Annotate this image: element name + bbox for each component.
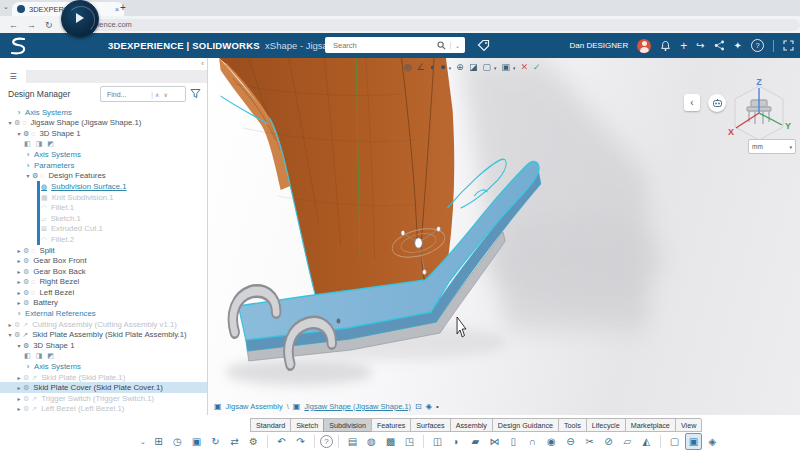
tab-features[interactable]: Features [371, 419, 411, 432]
tree-item-right-bezel[interactable]: ▸⚙◌Right Bezel [0, 277, 207, 288]
expand-arrow-icon[interactable]: ▸ [6, 321, 14, 328]
back-icon[interactable]: ← [9, 20, 18, 30]
3d-viewport[interactable]: ◎∠◐●▾⊕◪▢▾▣▾✕✓ ‹ Z X Y mm [208, 58, 800, 415]
rep-badge-icon-1[interactable]: ◧ [24, 140, 31, 148]
expand-arrow-icon[interactable]: › [24, 362, 32, 371]
cage-deform-icon[interactable]: ◈ [704, 433, 721, 450]
grid-plane-icon[interactable]: ▤ [344, 433, 361, 450]
rep-badge-icon-3[interactable]: ◩ [47, 140, 54, 148]
user-name[interactable]: Dan DESIGNER [570, 41, 629, 50]
find-next-icon[interactable]: ∨ [163, 91, 167, 98]
tab-lifecycle[interactable]: Lifecycle [586, 419, 626, 432]
3dexperience-compass-logo[interactable] [61, 0, 99, 38]
tab-design-guidance[interactable]: Design Guidance [492, 419, 559, 432]
tab-sketch[interactable]: Sketch [290, 419, 324, 432]
tree-item-axis-systems[interactable]: ›Axis Systems [0, 361, 207, 372]
snap-icon[interactable]: ◎ [404, 63, 412, 72]
new-content-icon[interactable]: ⊞ [150, 433, 167, 450]
find-box[interactable]: | ∧ ∨ [100, 86, 186, 102]
tab-standard[interactable]: Standard [250, 419, 291, 432]
display-cage-icon[interactable]: ▢ [666, 433, 683, 450]
search-input[interactable] [331, 40, 437, 51]
panel-collapse-icon[interactable]: ‹ [201, 59, 204, 68]
expand-arrow-icon[interactable]: › [15, 108, 23, 117]
tree-item-external-references[interactable]: ›External References [0, 308, 207, 319]
expand-arrow-icon[interactable]: › [24, 150, 32, 159]
expand-arrow-icon[interactable]: ▾ [24, 172, 32, 179]
tag-icon[interactable] [477, 39, 490, 52]
tree-item-trigger-switch-trigger-switch-1[interactable]: ▸⚙↗Trigger Switch (Trigger Switch.1) [0, 393, 207, 404]
grid-box-icon[interactable]: ▩ [382, 433, 399, 450]
tree-item-left-bezel-left-bezel-1[interactable]: ▸⚙↗Left Bezel (Left Bezel.1) [0, 404, 207, 415]
expand-arrow-icon[interactable]: ▸ [15, 247, 23, 254]
tree-item-gear-box-back[interactable]: ▸⚙Gear Box Back [0, 266, 207, 277]
display-cage-solid-icon[interactable]: ▣ [685, 433, 702, 450]
pattern-icon[interactable]: ⊘ [600, 433, 617, 450]
render-style-icon[interactable]: ◐ [430, 63, 435, 72]
tab-tools[interactable]: Tools [558, 419, 587, 432]
share-arrow-icon[interactable]: ↪ [696, 41, 704, 51]
expand-arrow-icon[interactable]: ▸ [15, 374, 23, 381]
rep-badge-icon-2[interactable]: ◨ [36, 352, 43, 360]
breadcrumb-root[interactable]: Jigsaw Assembly [226, 402, 283, 411]
save-icon[interactable]: ▣ [188, 433, 205, 450]
expand-arrow-icon[interactable]: ▾ [6, 119, 14, 126]
tab-view[interactable]: View [675, 419, 702, 432]
measure-icon[interactable]: ∠ [417, 63, 425, 72]
tree-item-split[interactable]: ▸⚙◌Split [0, 245, 207, 256]
shear-icon[interactable]: ▱ [619, 433, 636, 450]
expand-arrow-icon[interactable]: ▸ [15, 384, 23, 391]
breadcrumb-current[interactable]: Jigsaw Shape (Jigsaw Shape.1) [304, 402, 411, 411]
more-icon[interactable]: • [436, 402, 439, 411]
expand-arrow-icon[interactable]: ▸ [15, 257, 23, 264]
flip-icon[interactable]: ⋈ [486, 433, 503, 450]
tree-item-design-features[interactable]: ▾⚙◌Design Features [0, 171, 207, 182]
chevron-down-icon[interactable]: ▾ [494, 65, 497, 71]
tree-item-knit-subdivision-1[interactable]: ▦Knit Subdivision.1 [0, 192, 207, 203]
help-icon[interactable]: ? [320, 435, 333, 448]
reload-icon[interactable]: ↻ [45, 20, 53, 30]
history-icon[interactable]: ◷ [169, 433, 186, 450]
wrap-sphere-icon[interactable]: ◍ [363, 433, 380, 450]
view-cube-icon[interactable]: ▣ [501, 63, 510, 72]
open-with-icon[interactable]: ⊡ [415, 402, 422, 411]
tree-item-extruded-cut-1[interactable]: ⊠Extruded Cut.1 [0, 224, 207, 235]
tree-item-parameters[interactable]: ›Parameters [0, 160, 207, 171]
bridge-icon[interactable]: ∩ [524, 433, 541, 450]
rep-badge-icon-1[interactable]: ◧ [24, 352, 31, 360]
primitive-box-icon[interactable]: ◫ [429, 433, 446, 450]
crease-icon[interactable]: ◭ [638, 433, 655, 450]
close-tab-icon[interactable]: × [115, 6, 119, 13]
thicken-icon[interactable]: ▰ [467, 433, 484, 450]
expand-arrow-icon[interactable]: ▸ [15, 278, 23, 285]
redo-icon[interactable]: ↷ [292, 433, 309, 450]
tree-item-gear-box-front[interactable]: ▸⚙Gear Box Front [0, 255, 207, 266]
trim-icon[interactable]: ✂ [581, 433, 598, 450]
add-icon[interactable]: + [680, 40, 687, 52]
expand-arrow-icon[interactable]: ▾ [15, 130, 23, 137]
avatar[interactable] [637, 39, 651, 53]
find-prev-icon[interactable]: ∧ [155, 91, 159, 98]
tree-item-cutting-assembly-cutting-assembly-v1-1[interactable]: ▸⚙↗Cutting Assembly (Cutting Assembly v1… [0, 319, 207, 330]
tree-representation-badges[interactable]: ◧◨◩ [0, 139, 207, 150]
expand-arrow-icon[interactable]: ▸ [15, 395, 23, 402]
notifications-bell-icon[interactable] [660, 40, 671, 52]
tab-subdivision[interactable]: Subdivision [323, 419, 372, 432]
extrude-curve-icon[interactable]: ◗ [448, 433, 465, 450]
zoom-area-icon[interactable]: ⊕ [456, 63, 464, 72]
undo-icon[interactable]: ↶ [273, 433, 290, 450]
expand-arrow-icon[interactable]: › [24, 161, 32, 170]
import-export-icon[interactable]: ⇄ [226, 433, 243, 450]
tree-item-subdivision-surface-1[interactable]: ◍Subdivision Surface.1 [0, 181, 207, 192]
tree-item-battery[interactable]: ▸⚙Battery [0, 298, 207, 309]
filter-funnel-icon[interactable] [190, 88, 201, 99]
sync-icon[interactable]: ↻ [207, 433, 224, 450]
help-icon[interactable]: ? [751, 39, 764, 52]
share-nodes-icon[interactable] [714, 40, 725, 51]
units-dropdown[interactable]: mm ▾ [748, 139, 796, 154]
forward-icon[interactable]: → [27, 20, 36, 30]
tree-item-sketch-1[interactable]: ▱Sketch.1 [0, 213, 207, 224]
rep-badge-icon-2[interactable]: ◨ [36, 140, 43, 148]
tree-item-fillet-2[interactable]: ◠Fillet.2 [0, 234, 207, 245]
expand-arrow-icon[interactable]: ▸ [15, 299, 23, 306]
